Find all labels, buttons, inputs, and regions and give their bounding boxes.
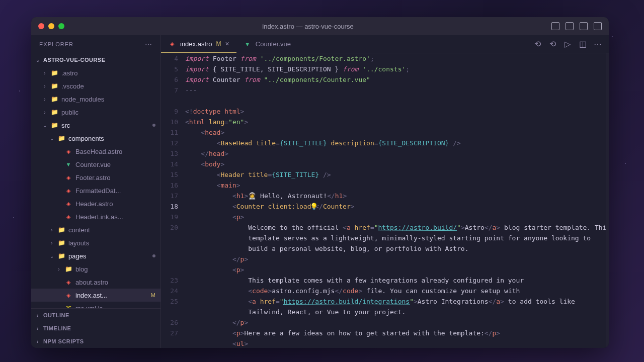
file-FormattedDat...[interactable]: ◈FormattedDat...	[31, 184, 160, 197]
layout-sidebar-left-icon[interactable]	[551, 22, 559, 30]
file-label: layouts	[68, 239, 89, 247]
editor-area[interactable]: 4567910111213141516171819202324252627293…	[161, 53, 609, 348]
sidebar-footer: ›OUTLINE›TIMELINE›NPM SCRIPTS	[31, 308, 160, 348]
modified-badge: M	[151, 292, 155, 298]
file-Footer.astro[interactable]: ◈Footer.astro	[31, 171, 160, 184]
panel-outline[interactable]: ›OUTLINE	[31, 309, 160, 322]
folder-icon: 📁	[57, 135, 65, 142]
astro-icon: ◈	[64, 213, 72, 221]
explorer-label: EXPLORER	[39, 41, 73, 47]
layout-panel-icon[interactable]	[566, 22, 574, 30]
titlebar: index.astro — astro-vue-course	[31, 17, 609, 35]
folder-icon: 📁	[50, 69, 58, 76]
file-label: node_modules	[61, 96, 104, 103]
timeline-icon[interactable]: ⟲	[548, 40, 556, 48]
project-name: ASTRO-VUE-COURSE	[43, 57, 106, 63]
panel-timeline[interactable]: ›TIMELINE	[31, 322, 160, 335]
modified-dot	[152, 124, 155, 127]
folder-node_modules[interactable]: ›📁node_modules	[31, 93, 160, 106]
file-label: .astro	[61, 69, 78, 77]
tab-Counter.vue[interactable]: ▼Counter.vue	[236, 35, 298, 53]
file-rss.xml.js[interactable]: JSrss.xml.js	[31, 302, 160, 308]
layout-sidebar-right-icon[interactable]	[580, 22, 588, 30]
js-icon: JS	[64, 304, 72, 308]
explorer-menu-icon[interactable]: ⋯	[145, 40, 152, 48]
file-label: .vscode	[61, 82, 84, 90]
file-label: HeaderLink.as...	[75, 213, 123, 221]
zoom-window-button[interactable]	[58, 23, 64, 29]
file-about.astro[interactable]: ◈about.astro	[31, 276, 160, 289]
editor-main: ◈index.astroM×▼Counter.vue⟲⟲▷◫⋯ 45679101…	[161, 35, 609, 348]
folder-pages[interactable]: ⌄📁pages	[31, 249, 160, 262]
file-label: about.astro	[75, 279, 108, 286]
tab-index.astro[interactable]: ◈index.astroM×	[161, 35, 236, 53]
tabs-bar: ◈index.astroM×▼Counter.vue⟲⟲▷◫⋯	[161, 35, 609, 53]
file-label: rss.xml.js	[75, 305, 103, 309]
vue-icon: ▼	[64, 160, 72, 168]
sidebar: EXPLORER ⋯ ⌄ ASTRO-VUE-COURSE ›📁.astro›📁…	[31, 35, 161, 348]
chevron-right-icon: ›	[35, 313, 40, 318]
folder-icon: 📁	[57, 252, 65, 259]
folder-components[interactable]: ⌄📁components	[31, 132, 160, 145]
file-Header.astro[interactable]: ◈Header.astro	[31, 197, 160, 210]
folder-icon: 📁	[57, 226, 65, 233]
close-window-button[interactable]	[38, 23, 44, 29]
git-compare-icon[interactable]: ⟲	[533, 40, 541, 48]
folder-.astro[interactable]: ›📁.astro	[31, 66, 160, 79]
astro-icon: ◈	[64, 291, 72, 299]
close-tab-icon[interactable]: ×	[225, 40, 229, 48]
file-label: src	[61, 122, 70, 129]
file-label: components	[68, 135, 104, 142]
folder-icon: 📁	[50, 122, 58, 129]
folder-icon: 📁	[50, 109, 58, 116]
tab-label: index.astro	[180, 40, 212, 48]
file-Counter.vue[interactable]: ▼Counter.vue	[31, 158, 160, 171]
file-label: Counter.vue	[75, 161, 111, 168]
file-index.ast...[interactable]: ◈index.ast...M	[31, 289, 160, 302]
astro-icon: ◈	[64, 200, 72, 208]
vue-icon: ▼	[244, 40, 252, 48]
editor-window: index.astro — astro-vue-course EXPLORER …	[31, 17, 609, 348]
window-title: index.astro — astro-vue-course	[64, 23, 551, 30]
panel-npm-scripts[interactable]: ›NPM SCRIPTS	[31, 335, 160, 348]
file-HeaderLink.as...[interactable]: ◈HeaderLink.as...	[31, 210, 160, 223]
traffic-lights	[38, 23, 64, 29]
tab-label: Counter.vue	[256, 40, 291, 48]
chevron-down-icon: ⌄	[35, 57, 40, 63]
file-label: FormattedDat...	[75, 187, 121, 195]
file-label: pages	[68, 252, 86, 260]
project-folder-header[interactable]: ⌄ ASTRO-VUE-COURSE	[31, 53, 160, 66]
folder-icon: 📁	[64, 265, 72, 273]
file-BaseHead.astro[interactable]: ◈BaseHead.astro	[31, 145, 160, 158]
file-label: BaseHead.astro	[75, 148, 122, 155]
lightbulb-icon[interactable]: 💡	[310, 201, 318, 212]
split-icon[interactable]: ◫	[579, 40, 587, 48]
file-label: public	[61, 109, 78, 116]
folder-content[interactable]: ›📁content	[31, 223, 160, 236]
folder-layouts[interactable]: ›📁layouts	[31, 236, 160, 249]
chevron-right-icon: ›	[35, 339, 40, 344]
folder-icon: 📁	[50, 82, 58, 89]
modified-dot	[152, 254, 155, 257]
folder-blog[interactable]: ›📁blog	[31, 262, 160, 276]
file-label: index.ast...	[75, 292, 107, 299]
file-tree: ›📁.astro›📁.vscode›📁node_modules›📁public⌄…	[31, 66, 160, 308]
folder-src[interactable]: ⌄📁src	[31, 119, 160, 132]
scrollbar[interactable]	[606, 53, 609, 348]
folder-public[interactable]: ›📁public	[31, 106, 160, 119]
folder-icon: 📁	[57, 239, 65, 246]
code-content[interactable]: import Footer from '../components/Footer…	[185, 53, 606, 348]
modified-indicator: M	[216, 40, 221, 47]
file-label: Footer.astro	[75, 174, 110, 182]
more-icon[interactable]: ⋯	[594, 40, 602, 48]
file-label: content	[68, 226, 90, 234]
file-label: Header.astro	[75, 200, 113, 208]
layout-customize-icon[interactable]	[594, 22, 602, 30]
astro-icon: ◈	[168, 40, 176, 48]
astro-icon: ◈	[64, 147, 72, 155]
chevron-right-icon: ›	[35, 326, 40, 331]
astro-icon: ◈	[64, 173, 72, 182]
minimize-window-button[interactable]	[48, 23, 54, 29]
folder-.vscode[interactable]: ›📁.vscode	[31, 79, 160, 93]
run-icon[interactable]: ▷	[564, 40, 572, 48]
